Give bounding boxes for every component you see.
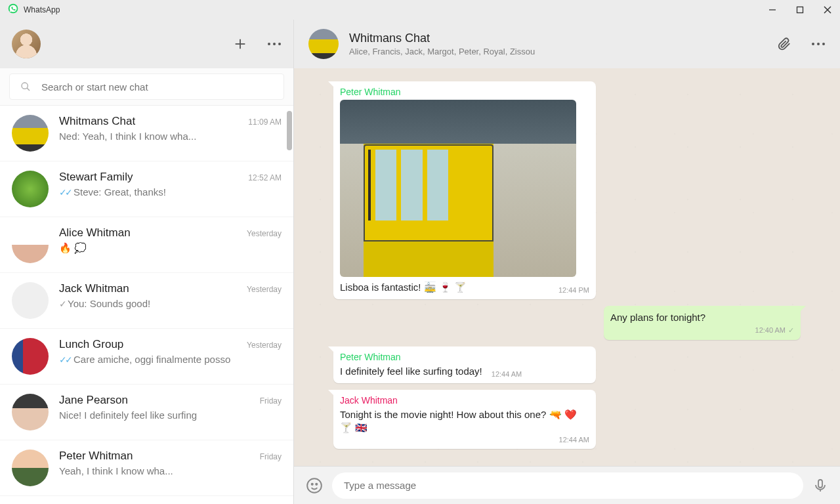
sidebar-menu-button[interactable]	[267, 42, 282, 46]
svg-line-11	[27, 88, 30, 91]
scrollbar-thumb[interactable]	[287, 111, 292, 150]
window-title: WhatsApp	[24, 5, 60, 14]
chat-preview: ✓✓ Steve: Great, thanks!	[59, 186, 282, 198]
sidebar-header	[0, 20, 293, 68]
sent-checkmark-icon: ✓	[59, 299, 65, 309]
chat-time: Yesterday	[247, 285, 282, 294]
message-time: 12:40 AM	[755, 326, 786, 334]
message-input[interactable]	[344, 480, 791, 491]
chat-list-item[interactable]: Jane PearsonFridayNice! I definitely fee…	[0, 385, 293, 440]
attach-button[interactable]	[777, 37, 791, 51]
chat-time: Friday	[260, 396, 282, 406]
search-bar	[0, 68, 293, 106]
chat-preview: 🔥 💭	[59, 242, 282, 254]
svg-rect-18	[818, 480, 822, 488]
message-text: I definitely feel like surfing today!	[340, 365, 482, 378]
chat-list-item[interactable]: Whitmans Chat11:09 AMNed: Yeah, I think …	[0, 106, 293, 161]
chat-time: 12:52 AM	[248, 173, 282, 182]
search-icon	[20, 81, 31, 92]
conversation-menu-button[interactable]	[811, 42, 826, 46]
chat-name: Stewart Family	[59, 171, 133, 184]
chat-name: Whitmans Chat	[59, 115, 135, 128]
message-bubble[interactable]: Jack Whitman Tonight is the movie night!…	[333, 390, 596, 450]
chat-preview: Yeah, I think I know wha...	[59, 465, 282, 476]
conversation-members: Alice, Francis, Jack, Margot, Peter, Roy…	[349, 47, 535, 56]
svg-point-14	[822, 43, 825, 45]
chat-time: 11:09 AM	[248, 117, 282, 127]
message-text: Any plans for tonight?	[610, 311, 794, 324]
svg-point-10	[22, 83, 28, 89]
chat-avatar	[12, 338, 49, 375]
conversation-avatar[interactable]	[308, 29, 339, 59]
message-bubble[interactable]: Peter Whitman I definitely feel like sur…	[333, 346, 596, 383]
status-check-icon: ✓	[788, 326, 794, 335]
whatsapp-logo-icon	[8, 3, 18, 16]
chat-preview: ✓ You: Sounds good!	[59, 298, 282, 309]
chat-avatar	[12, 171, 49, 207]
svg-point-17	[316, 483, 317, 484]
conversation-header[interactable]: Whitmans Chat Alice, Francis, Jack, Marg…	[294, 20, 840, 68]
message-text: Lisboa is fantastic! 🚋 🍷 🍸	[340, 281, 552, 294]
message-time: 12:44 PM	[558, 286, 589, 294]
emoji-button[interactable]	[306, 477, 323, 494]
chat-name: Peter Whitman	[59, 450, 133, 463]
message-time: 12:44 AM	[559, 436, 589, 444]
window-maximize-button[interactable]	[795, 5, 805, 14]
message-sender: Peter Whitman	[340, 87, 589, 97]
chat-time: Yesterday	[247, 341, 282, 350]
mic-button[interactable]	[812, 478, 828, 494]
svg-point-8	[273, 43, 276, 45]
chat-time: Yesterday	[247, 229, 282, 238]
search-input[interactable]	[41, 81, 273, 93]
window-minimize-button[interactable]	[768, 5, 777, 14]
chat-list-item[interactable]: Alice WhitmanYesterday🔥 💭	[0, 217, 293, 273]
chat-list-item[interactable]: Stewart Family12:52 AM✓✓ Steve: Great, t…	[0, 161, 293, 217]
chat-time: Friday	[260, 452, 282, 461]
chat-avatar	[12, 394, 49, 430]
search-box[interactable]	[9, 74, 284, 100]
chat-name: Lunch Group	[59, 338, 123, 351]
message-image[interactable]	[340, 100, 576, 277]
new-chat-button[interactable]	[233, 37, 247, 51]
chat-avatar	[12, 226, 49, 263]
svg-point-12	[812, 43, 814, 45]
chat-name: Jane Pearson	[59, 394, 128, 407]
chat-avatar	[12, 115, 49, 152]
message-time: 12:44 AM	[492, 370, 522, 378]
svg-point-13	[817, 43, 820, 45]
chat-avatar	[12, 450, 49, 486]
message-bubble[interactable]: Any plans for tonight? 12:40 AM ✓	[604, 306, 801, 339]
read-checkmarks-icon: ✓✓	[59, 187, 71, 198]
composer	[294, 466, 840, 504]
read-checkmarks-icon: ✓✓	[59, 354, 71, 365]
messages-area[interactable]: Peter Whitman Lisboa is fantastic! 🚋 🍷 🍸…	[294, 68, 840, 466]
message-sender: Jack Whitman	[340, 395, 589, 406]
sidebar: Whitmans Chat11:09 AMNed: Yeah, I think …	[0, 20, 294, 504]
chat-preview: ✓✓ Care amiche, oggi finalmente posso	[59, 354, 282, 365]
conversation-title: Whitmans Chat	[349, 32, 535, 45]
chat-list-item[interactable]: Jack WhitmanYesterday✓ You: Sounds good!	[0, 273, 293, 329]
chat-name: Jack Whitman	[59, 282, 129, 295]
message-bubble[interactable]: Peter Whitman Lisboa is fantastic! 🚋 🍷 🍸…	[333, 81, 596, 299]
chat-name: Alice Whitman	[59, 226, 131, 240]
chat-preview: Ned: Yeah, I think I know wha...	[59, 131, 282, 142]
chat-preview: Nice! I definitely feel like surfing	[59, 410, 282, 421]
composer-input-wrapper[interactable]	[332, 472, 803, 499]
svg-rect-2	[797, 7, 803, 13]
svg-point-15	[307, 478, 322, 493]
chat-list[interactable]: Whitmans Chat11:09 AMNed: Yeah, I think …	[0, 106, 293, 504]
svg-point-7	[268, 43, 270, 45]
my-avatar[interactable]	[12, 30, 41, 58]
conversation-panel: Whitmans Chat Alice, Francis, Jack, Marg…	[294, 20, 840, 504]
chat-list-item[interactable]: Peter WhitmanFridayYeah, I think I know …	[0, 440, 293, 496]
chat-list-item[interactable]: Lunch GroupYesterday✓✓ Care amiche, oggi…	[0, 329, 293, 385]
message-sender: Peter Whitman	[340, 352, 589, 362]
window-titlebar: WhatsApp	[0, 0, 840, 20]
window-close-button[interactable]	[823, 5, 832, 14]
svg-point-16	[312, 483, 313, 484]
chat-avatar	[12, 282, 49, 319]
message-text: Tonight is the movie night! How about th…	[340, 408, 589, 435]
svg-point-9	[278, 43, 281, 45]
